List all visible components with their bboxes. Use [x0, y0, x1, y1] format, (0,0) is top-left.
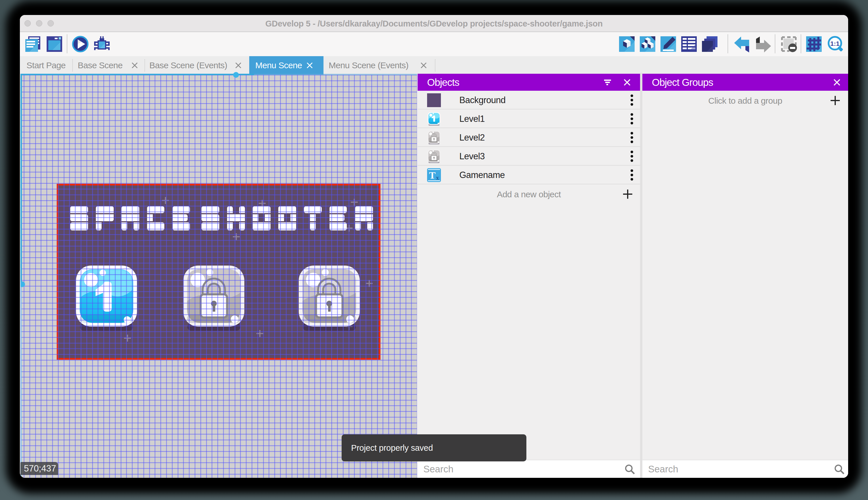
svg-text:x: x — [436, 174, 439, 181]
svg-text:1:1: 1:1 — [830, 40, 840, 47]
svg-text:T: T — [429, 170, 436, 181]
